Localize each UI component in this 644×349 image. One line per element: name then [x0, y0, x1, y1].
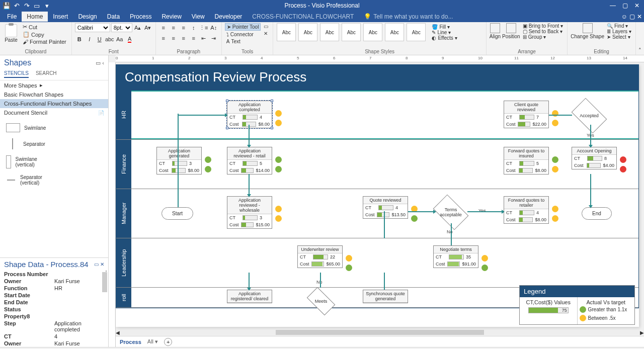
shape-meets-decision[interactable]: Meets — [308, 294, 334, 309]
select-button[interactable]: ➤Select ▾ — [606, 34, 632, 40]
shape-data-row[interactable]: End Date — [0, 299, 108, 306]
add-sheet-button[interactable]: + — [164, 338, 172, 346]
shape-app-reviewed-wholesale[interactable]: Application reviewed - wholesale CT3 Cos… — [227, 196, 272, 229]
search-tab[interactable]: SEARCH — [36, 70, 57, 78]
shape-account-opening[interactable]: Account Opening CT8 Cost$4.00 — [572, 147, 617, 169]
qat-more-icon[interactable]: ▾ — [42, 1, 51, 10]
shape-style-2[interactable]: Abc — [298, 23, 317, 41]
change-shape-button[interactable]: Change Shape — [571, 23, 604, 39]
sheet-all[interactable]: All ▾ — [147, 338, 158, 345]
align-top-icon[interactable]: ≡ — [159, 23, 168, 32]
shape-terms-acceptable[interactable]: Terms acceptable — [436, 202, 466, 222]
text-tool-button[interactable]: AText — [225, 38, 261, 45]
lane-manager[interactable]: Manager Start Application reviewed - who… — [116, 189, 638, 238]
ribbon-collapse-icon[interactable]: ▢ — [629, 13, 635, 20]
orientation-icon[interactable]: ↕ — [189, 23, 198, 32]
lane-hr[interactable]: HR Application completed CT4 Cost$8.00 C… — [116, 91, 638, 140]
position-button[interactable]: Position — [502, 23, 520, 39]
lane-leadership[interactable]: Leadership Underwriter review CT22 Cost$… — [116, 238, 638, 288]
menu-view[interactable]: View — [187, 12, 210, 22]
font-color-button[interactable]: A — [125, 35, 134, 44]
scroll-left-icon[interactable]: ◀ — [116, 330, 120, 335]
cross-functional-item[interactable]: Cross-Functional Flowchart Shapes — [0, 99, 108, 108]
shape-end[interactable]: End — [582, 207, 612, 220]
drawing-canvas[interactable]: Compensation Review Process HR Applicati… — [116, 64, 639, 327]
shapes-pin-icon[interactable]: ▭ — [96, 60, 101, 66]
pointer-tool-button[interactable]: ➤Pointer Tool — [225, 23, 261, 31]
shape-forward-quotes-insured[interactable]: Forward quotes to insured CT5 Cost$8.00 — [504, 147, 549, 175]
menu-developer[interactable]: Developer — [210, 12, 248, 22]
shape-style-7[interactable]: Abc — [407, 23, 426, 41]
align-left-icon[interactable]: ≡ — [159, 34, 168, 43]
shape-data-scrollbar[interactable] — [102, 272, 107, 292]
sheet-process[interactable]: Process — [120, 339, 141, 345]
menu-insert[interactable]: Insert — [48, 12, 73, 22]
maximize-icon[interactable]: ▢ — [620, 1, 630, 10]
swimlane-container[interactable]: HR Application completed CT4 Cost$8.00 C… — [116, 90, 639, 308]
italic-button[interactable]: I — [85, 35, 94, 44]
font-size-stepper[interactable]: Aa — [115, 35, 124, 44]
menu-data[interactable]: Data — [102, 12, 125, 22]
shape-app-registered[interactable]: Application registered/ cleared — [227, 290, 272, 303]
tool-delete[interactable]: ✕ — [262, 30, 270, 37]
bullets-icon[interactable]: ⋮≡ — [199, 23, 208, 32]
shape-data-row[interactable]: Status — [0, 306, 108, 313]
shape-sync-quote[interactable]: Synchronous quote generated — [363, 290, 408, 303]
align-center-icon[interactable]: ≡ — [169, 34, 178, 43]
shape-data-row[interactable]: StepApplication completed — [0, 320, 108, 333]
shape-forward-quotes-retailer[interactable]: Forward quotes to retailer CT4 Cost$8.00 — [504, 196, 549, 224]
ribbon-collapse-button[interactable]: ˄ — [636, 22, 644, 55]
align-middle-icon[interactable]: ≡ — [169, 23, 178, 32]
shape-style-3[interactable]: Abc — [320, 23, 339, 41]
bring-to-front-button[interactable]: ▣Bring to Front ▾ — [522, 23, 565, 29]
shape-quote-reviewed[interactable]: Quote reviewed CT4 Cost$13.50 — [363, 196, 408, 219]
menu-home[interactable]: Home — [22, 12, 48, 22]
fill-button[interactable]: 🪣Fill ▾ — [431, 24, 458, 30]
bold-button[interactable]: B — [75, 35, 84, 44]
close-icon[interactable]: ✕ — [632, 1, 642, 10]
basic-flowchart-item[interactable]: Basic Flowchart Shapes — [0, 90, 108, 99]
shape-underwriter-review[interactable]: Underwriter review CT22 Cost$65.00 — [297, 245, 343, 268]
shape-data-close-icon[interactable]: ✕ — [100, 261, 104, 267]
line-button[interactable]: ✎Line ▾ — [431, 30, 458, 35]
shapes-collapse-icon[interactable]: ‹ — [102, 60, 104, 66]
shape-data-pin-icon[interactable]: ▭ — [94, 261, 99, 267]
shape-negotiate-terms[interactable]: Negotiate terms CT35 Cost$91.00 — [433, 245, 478, 268]
indent-left-icon[interactable]: ⇤ — [199, 34, 208, 43]
stencils-tab[interactable]: STENCILS — [4, 70, 29, 78]
shape-data-row[interactable]: FunctionHR — [0, 285, 108, 292]
shape-data-row[interactable]: CT4 — [0, 333, 108, 340]
strike-button[interactable]: abc — [105, 35, 114, 44]
font-name-select[interactable]: Calibri — [75, 23, 110, 32]
menu-process[interactable]: Process — [125, 12, 156, 22]
save-icon[interactable]: 💾 — [2, 1, 11, 10]
increase-font-icon[interactable]: A▴ — [133, 23, 142, 32]
justify-icon[interactable]: ≡ — [189, 34, 198, 43]
document-stencil-item[interactable]: Document Stencil — [0, 108, 108, 117]
lane-finance[interactable]: Finance Application generated CT3 Cost$8… — [116, 140, 638, 189]
shape-style-4[interactable]: Abc — [342, 23, 361, 41]
shape-style-6[interactable]: Abc — [385, 23, 404, 41]
help-close-icon[interactable]: ✕ — [637, 13, 642, 20]
group-button[interactable]: ⊞Group ▾ — [522, 34, 565, 40]
align-button[interactable]: Align — [490, 23, 501, 39]
indent-right-icon[interactable]: ⇥ — [209, 34, 218, 43]
h-scrollbar[interactable] — [120, 330, 640, 335]
effects-button[interactable]: ◐Effects ▾ — [431, 35, 458, 41]
connector-tool-button[interactable]: ⤵Connector — [225, 31, 261, 38]
send-to-back-button[interactable]: ▢Send to Back ▾ — [522, 29, 565, 34]
scroll-up-icon[interactable]: ˄ — [105, 270, 107, 275]
tell-me-search[interactable]: 💡 Tell me what you want to do... — [364, 13, 453, 20]
shape-data-row[interactable]: Process Number — [0, 271, 108, 278]
shape-client-quote-reviewed[interactable]: Client quote reviewed CT7 Cost$22.00 — [504, 101, 549, 128]
legend[interactable]: Legend CT,Cost($) Values 75 Actual Vs ta… — [519, 285, 635, 325]
swimlane-v-shape[interactable]: Swimlane (vertical) — [4, 153, 53, 170]
format-painter-button[interactable]: 🖌Format Painter — [21, 38, 68, 45]
shape-style-1[interactable]: Abc — [277, 23, 296, 41]
align-right-icon[interactable]: ≡ — [179, 34, 188, 43]
align-bottom-icon[interactable]: ≡ — [179, 23, 188, 32]
swimlane-shape[interactable]: Swimlane — [4, 121, 53, 134]
find-button[interactable]: 🔍Find ▾ — [606, 23, 632, 29]
decrease-font-icon[interactable]: A▾ — [143, 23, 152, 32]
minimize-icon[interactable]: — — [608, 1, 618, 10]
